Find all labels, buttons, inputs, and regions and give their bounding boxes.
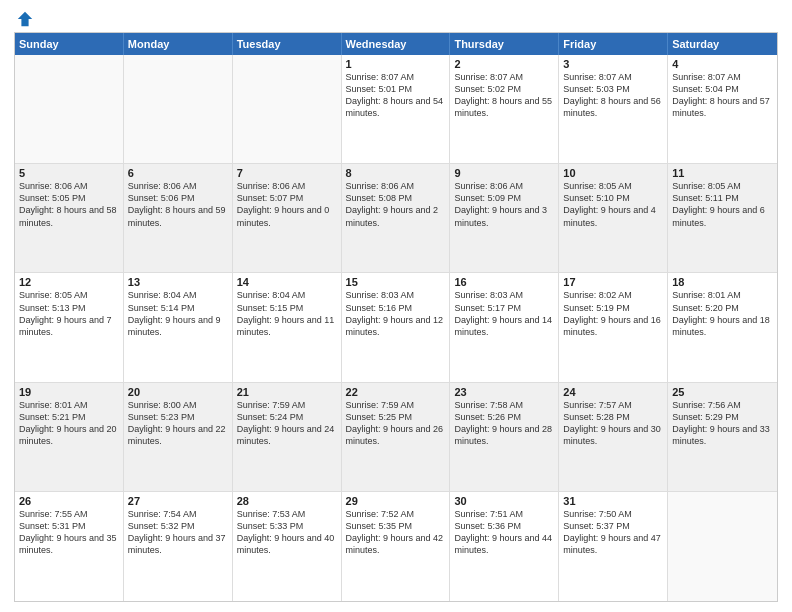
calendar-cell: 23Sunrise: 7:58 AM Sunset: 5:26 PM Dayli… (450, 383, 559, 491)
calendar-cell: 24Sunrise: 7:57 AM Sunset: 5:28 PM Dayli… (559, 383, 668, 491)
calendar-cell: 29Sunrise: 7:52 AM Sunset: 5:35 PM Dayli… (342, 492, 451, 601)
cell-date-number: 23 (454, 386, 554, 398)
cell-date-number: 16 (454, 276, 554, 288)
cell-date-number: 7 (237, 167, 337, 179)
cell-date-number: 31 (563, 495, 663, 507)
calendar-cell: 1Sunrise: 8:07 AM Sunset: 5:01 PM Daylig… (342, 55, 451, 163)
calendar-cell: 7Sunrise: 8:06 AM Sunset: 5:07 PM Daylig… (233, 164, 342, 272)
calendar-cell: 26Sunrise: 7:55 AM Sunset: 5:31 PM Dayli… (15, 492, 124, 601)
calendar-cell: 27Sunrise: 7:54 AM Sunset: 5:32 PM Dayli… (124, 492, 233, 601)
calendar-header: SundayMondayTuesdayWednesdayThursdayFrid… (15, 33, 777, 55)
calendar-week-row: 5Sunrise: 8:06 AM Sunset: 5:05 PM Daylig… (15, 164, 777, 273)
calendar-cell: 4Sunrise: 8:07 AM Sunset: 5:04 PM Daylig… (668, 55, 777, 163)
cell-info: Sunrise: 8:06 AM Sunset: 5:08 PM Dayligh… (346, 180, 446, 229)
cell-info: Sunrise: 8:07 AM Sunset: 5:02 PM Dayligh… (454, 71, 554, 120)
cell-info: Sunrise: 7:57 AM Sunset: 5:28 PM Dayligh… (563, 399, 663, 448)
cell-info: Sunrise: 8:03 AM Sunset: 5:17 PM Dayligh… (454, 289, 554, 338)
calendar-cell: 22Sunrise: 7:59 AM Sunset: 5:25 PM Dayli… (342, 383, 451, 491)
cell-date-number: 30 (454, 495, 554, 507)
header (14, 10, 778, 24)
calendar-week-row: 12Sunrise: 8:05 AM Sunset: 5:13 PM Dayli… (15, 273, 777, 382)
cell-date-number: 28 (237, 495, 337, 507)
cell-info: Sunrise: 8:04 AM Sunset: 5:14 PM Dayligh… (128, 289, 228, 338)
cell-info: Sunrise: 8:07 AM Sunset: 5:04 PM Dayligh… (672, 71, 773, 120)
cell-info: Sunrise: 8:04 AM Sunset: 5:15 PM Dayligh… (237, 289, 337, 338)
weekday-header: Monday (124, 33, 233, 55)
calendar-cell: 21Sunrise: 7:59 AM Sunset: 5:24 PM Dayli… (233, 383, 342, 491)
calendar-cell: 16Sunrise: 8:03 AM Sunset: 5:17 PM Dayli… (450, 273, 559, 381)
cell-info: Sunrise: 8:00 AM Sunset: 5:23 PM Dayligh… (128, 399, 228, 448)
cell-info: Sunrise: 8:07 AM Sunset: 5:01 PM Dayligh… (346, 71, 446, 120)
weekday-header: Saturday (668, 33, 777, 55)
page-container: SundayMondayTuesdayWednesdayThursdayFrid… (0, 0, 792, 612)
calendar-cell: 19Sunrise: 8:01 AM Sunset: 5:21 PM Dayli… (15, 383, 124, 491)
calendar-cell: 10Sunrise: 8:05 AM Sunset: 5:10 PM Dayli… (559, 164, 668, 272)
calendar-cell: 20Sunrise: 8:00 AM Sunset: 5:23 PM Dayli… (124, 383, 233, 491)
cell-info: Sunrise: 8:06 AM Sunset: 5:06 PM Dayligh… (128, 180, 228, 229)
calendar-cell (233, 55, 342, 163)
logo (14, 10, 34, 24)
cell-date-number: 12 (19, 276, 119, 288)
calendar-cell: 5Sunrise: 8:06 AM Sunset: 5:05 PM Daylig… (15, 164, 124, 272)
cell-info: Sunrise: 8:06 AM Sunset: 5:09 PM Dayligh… (454, 180, 554, 229)
calendar-cell: 25Sunrise: 7:56 AM Sunset: 5:29 PM Dayli… (668, 383, 777, 491)
cell-info: Sunrise: 8:06 AM Sunset: 5:05 PM Dayligh… (19, 180, 119, 229)
cell-info: Sunrise: 7:54 AM Sunset: 5:32 PM Dayligh… (128, 508, 228, 557)
cell-date-number: 20 (128, 386, 228, 398)
cell-date-number: 5 (19, 167, 119, 179)
cell-info: Sunrise: 8:01 AM Sunset: 5:21 PM Dayligh… (19, 399, 119, 448)
calendar-body: 1Sunrise: 8:07 AM Sunset: 5:01 PM Daylig… (15, 55, 777, 601)
calendar-week-row: 19Sunrise: 8:01 AM Sunset: 5:21 PM Dayli… (15, 383, 777, 492)
weekday-header: Thursday (450, 33, 559, 55)
calendar-week-row: 26Sunrise: 7:55 AM Sunset: 5:31 PM Dayli… (15, 492, 777, 601)
weekday-header: Friday (559, 33, 668, 55)
cell-date-number: 29 (346, 495, 446, 507)
cell-date-number: 4 (672, 58, 773, 70)
cell-info: Sunrise: 8:07 AM Sunset: 5:03 PM Dayligh… (563, 71, 663, 120)
calendar-cell: 14Sunrise: 8:04 AM Sunset: 5:15 PM Dayli… (233, 273, 342, 381)
cell-date-number: 3 (563, 58, 663, 70)
cell-info: Sunrise: 8:05 AM Sunset: 5:13 PM Dayligh… (19, 289, 119, 338)
calendar-cell: 15Sunrise: 8:03 AM Sunset: 5:16 PM Dayli… (342, 273, 451, 381)
calendar-cell: 8Sunrise: 8:06 AM Sunset: 5:08 PM Daylig… (342, 164, 451, 272)
cell-date-number: 2 (454, 58, 554, 70)
svg-marker-0 (18, 12, 32, 26)
weekday-header: Tuesday (233, 33, 342, 55)
calendar-cell: 30Sunrise: 7:51 AM Sunset: 5:36 PM Dayli… (450, 492, 559, 601)
cell-date-number: 22 (346, 386, 446, 398)
cell-info: Sunrise: 7:53 AM Sunset: 5:33 PM Dayligh… (237, 508, 337, 557)
calendar-cell (124, 55, 233, 163)
cell-info: Sunrise: 7:50 AM Sunset: 5:37 PM Dayligh… (563, 508, 663, 557)
cell-info: Sunrise: 7:52 AM Sunset: 5:35 PM Dayligh… (346, 508, 446, 557)
calendar-cell: 18Sunrise: 8:01 AM Sunset: 5:20 PM Dayli… (668, 273, 777, 381)
cell-info: Sunrise: 7:59 AM Sunset: 5:25 PM Dayligh… (346, 399, 446, 448)
cell-info: Sunrise: 8:06 AM Sunset: 5:07 PM Dayligh… (237, 180, 337, 229)
calendar-cell: 11Sunrise: 8:05 AM Sunset: 5:11 PM Dayli… (668, 164, 777, 272)
cell-date-number: 13 (128, 276, 228, 288)
cell-info: Sunrise: 8:05 AM Sunset: 5:10 PM Dayligh… (563, 180, 663, 229)
logo-icon (16, 10, 34, 28)
calendar-cell: 28Sunrise: 7:53 AM Sunset: 5:33 PM Dayli… (233, 492, 342, 601)
calendar-cell (668, 492, 777, 601)
cell-date-number: 9 (454, 167, 554, 179)
calendar-week-row: 1Sunrise: 8:07 AM Sunset: 5:01 PM Daylig… (15, 55, 777, 164)
cell-info: Sunrise: 7:51 AM Sunset: 5:36 PM Dayligh… (454, 508, 554, 557)
calendar-cell (15, 55, 124, 163)
cell-date-number: 14 (237, 276, 337, 288)
calendar-cell: 13Sunrise: 8:04 AM Sunset: 5:14 PM Dayli… (124, 273, 233, 381)
cell-date-number: 19 (19, 386, 119, 398)
calendar-cell: 2Sunrise: 8:07 AM Sunset: 5:02 PM Daylig… (450, 55, 559, 163)
cell-info: Sunrise: 7:59 AM Sunset: 5:24 PM Dayligh… (237, 399, 337, 448)
cell-date-number: 10 (563, 167, 663, 179)
calendar: SundayMondayTuesdayWednesdayThursdayFrid… (14, 32, 778, 602)
cell-date-number: 1 (346, 58, 446, 70)
weekday-header: Wednesday (342, 33, 451, 55)
cell-date-number: 6 (128, 167, 228, 179)
cell-date-number: 25 (672, 386, 773, 398)
cell-date-number: 17 (563, 276, 663, 288)
cell-date-number: 11 (672, 167, 773, 179)
cell-date-number: 15 (346, 276, 446, 288)
cell-info: Sunrise: 8:01 AM Sunset: 5:20 PM Dayligh… (672, 289, 773, 338)
cell-info: Sunrise: 8:05 AM Sunset: 5:11 PM Dayligh… (672, 180, 773, 229)
cell-info: Sunrise: 8:02 AM Sunset: 5:19 PM Dayligh… (563, 289, 663, 338)
